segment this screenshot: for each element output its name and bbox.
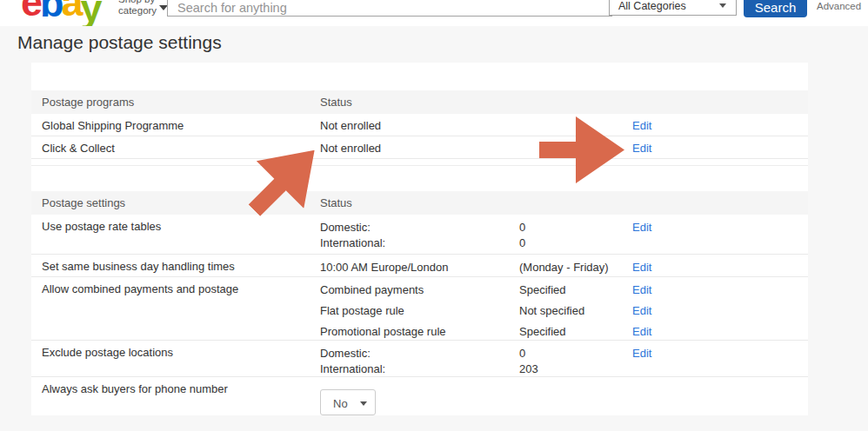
search-input[interactable]	[177, 1, 595, 15]
status-value: (Monday - Friday)	[519, 260, 632, 275]
table-row-phone-number: Always ask buyers for phone number No	[31, 377, 808, 415]
top-bar: ebay Shop by category All Categories Sea…	[0, 0, 868, 26]
status-label: Promotional postage rule	[320, 324, 519, 340]
manage-postage-settings-page: ebay Shop by category All Categories Sea…	[0, 0, 868, 431]
ebay-logo-letter: a	[62, 0, 81, 25]
table-end-divider	[31, 165, 808, 166]
table-row-click-and-collect: Click & Collect Not enrolled Edit	[31, 136, 808, 159]
status-value: 0	[519, 235, 632, 251]
ebay-logo-letter: b	[40, 0, 62, 26]
row-label: Click & Collect	[31, 136, 320, 155]
edit-link[interactable]: Edit	[632, 119, 651, 132]
table-row-rate-tables: Use postage rate tables Domestic: Intern…	[31, 215, 808, 255]
status-value: Specified	[519, 282, 632, 298]
search-box	[167, 0, 612, 17]
dropdown-value: No	[333, 397, 348, 410]
status-value: Specified	[519, 324, 632, 340]
ebay-logo-letter: e	[21, 0, 40, 25]
row-label: Always ask buyers for phone number	[31, 377, 320, 395]
content-area: Manage postage settings Postage programs…	[0, 26, 868, 431]
status-label: International:	[320, 235, 519, 251]
column-header-postage-settings: Postage settings	[31, 196, 320, 209]
column-header-status: Status	[320, 196, 352, 209]
category-select-value: All Categories	[618, 0, 686, 12]
row-label: Exclude postage locations	[31, 341, 320, 359]
row-label: Use postage rate tables	[31, 215, 320, 233]
postage-programs-header-row: Postage programs Status	[31, 90, 808, 114]
ebay-logo-letter: y	[81, 0, 100, 26]
caret-down-icon	[719, 3, 726, 8]
ebay-logo[interactable]: ebay	[21, 0, 100, 25]
search-button[interactable]: Search	[744, 0, 807, 17]
edit-link[interactable]: Edit	[632, 142, 651, 155]
row-status: Not enrolled	[320, 136, 519, 155]
table-row-global-shipping: Global Shipping Programme Not enrolled E…	[31, 114, 808, 136]
row-label: Set same business day handling times	[31, 255, 320, 273]
status-value: Not specified	[519, 303, 632, 319]
shop-by-category-button[interactable]: Shop by category	[118, 0, 157, 17]
row-status: Not enrolled	[320, 114, 519, 132]
phone-number-dropdown[interactable]: No	[320, 389, 376, 415]
advanced-search-link[interactable]: Advanced	[817, 1, 861, 11]
edit-link[interactable]: Edit	[632, 347, 651, 360]
status-label: International:	[320, 361, 519, 377]
category-select[interactable]: All Categories	[609, 0, 737, 16]
shop-by-label-line2: category	[118, 5, 157, 17]
table-row-handling-times: Set same business day handling times 10:…	[31, 255, 808, 277]
edit-link[interactable]: Edit	[632, 221, 651, 234]
page-title: Manage postage settings	[17, 32, 222, 53]
status-value: 203	[519, 361, 632, 377]
row-label: Allow combined payments and postage	[31, 277, 320, 295]
postage-settings-header-row: Postage settings Status	[31, 191, 808, 215]
table-row-combined-payments: Allow combined payments and postage Comb…	[31, 277, 808, 341]
status-label: Domestic:	[320, 346, 519, 361]
status-label: Flat postage rule	[320, 303, 519, 319]
edit-link[interactable]: Edit	[632, 283, 651, 296]
settings-card: Postage programs Status Global Shipping …	[31, 63, 808, 415]
row-label: Global Shipping Programme	[31, 114, 320, 132]
status-label: Domestic:	[320, 220, 519, 235]
edit-link[interactable]: Edit	[632, 304, 651, 317]
status-value: 0	[519, 346, 632, 361]
status-label: Combined payments	[320, 282, 519, 298]
caret-down-icon	[360, 401, 367, 406]
edit-link[interactable]: Edit	[632, 325, 651, 338]
column-header-postage-programs: Postage programs	[31, 96, 320, 109]
status-label: 10:00 AM Europe/London	[320, 260, 519, 275]
search-button-label: Search	[744, 0, 807, 15]
edit-link[interactable]: Edit	[632, 261, 651, 274]
column-header-status: Status	[320, 96, 352, 109]
table-row-exclude-locations: Exclude postage locations Domestic: Inte…	[31, 341, 808, 377]
status-value: 0	[519, 220, 632, 235]
